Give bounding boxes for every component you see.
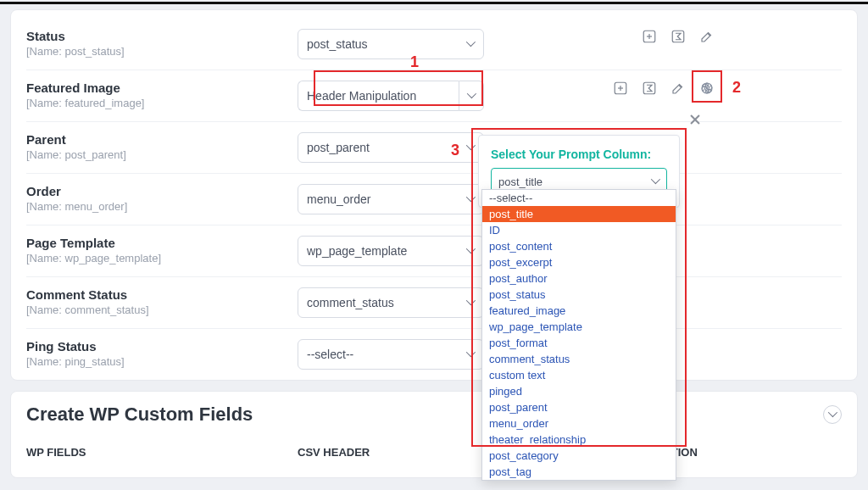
custom-fields-section: Create WP Custom Fields WP FIELDS CSV HE…	[10, 391, 858, 478]
edit-icon[interactable]	[670, 81, 686, 96]
row-label-block: Status[Name: post_status]	[26, 29, 298, 58]
row-label: Status	[26, 29, 281, 43]
csv-header-select-value: menu_order	[307, 192, 371, 206]
row-label-block: Featured Image[Name: featured_image]	[26, 81, 298, 109]
chevron-down-icon	[828, 410, 837, 419]
dropdown-option[interactable]: custom text	[482, 367, 676, 383]
col-action: ACTION	[655, 446, 842, 459]
mapping-row: Comment Status[Name: comment_status]comm…	[26, 277, 842, 329]
dropdown-option[interactable]: menu_order	[482, 415, 676, 432]
dropdown-option[interactable]: post_category	[482, 448, 676, 464]
section-title: Create WP Custom Fields	[26, 404, 253, 426]
dropdown-option[interactable]: comment_status	[482, 351, 676, 367]
dropdown-option[interactable]: post_status	[482, 287, 676, 303]
dropdown-option[interactable]: post_parent	[482, 399, 676, 415]
row-actions	[642, 29, 842, 44]
edit-icon[interactable]	[699, 29, 715, 44]
prompt-column-dropdown[interactable]: --select--post_titleIDpost_contentpost_e…	[481, 189, 676, 481]
row-label: Featured Image	[26, 81, 281, 95]
csv-header-select-value: wp_page_template	[307, 244, 407, 258]
custom-fields-table-head: WP FIELDS CSV HEADER ACTION	[26, 446, 842, 459]
dropdown-option[interactable]: featured_image	[482, 303, 676, 319]
row-name: [Name: menu_order]	[26, 200, 281, 213]
row-label-block: Page Template[Name: wp_page_template]	[26, 236, 298, 264]
dropdown-option[interactable]: pinged	[482, 383, 676, 399]
mapping-row: Status[Name: post_status]post_status	[26, 19, 842, 70]
chevron-down-icon	[466, 350, 475, 359]
annotation-label-3: 3	[451, 142, 459, 159]
row-label: Comment Status	[26, 287, 281, 302]
csv-header-select-value: Header Manipulation	[298, 81, 459, 111]
mapping-row: Order[Name: menu_order]menu_order	[26, 174, 842, 226]
row-label: Page Template	[26, 236, 281, 250]
chevron-down-icon	[466, 247, 475, 255]
row-name: [Name: ping_status]	[26, 355, 281, 368]
formula-icon[interactable]	[670, 29, 686, 44]
chevron-down-icon	[466, 143, 475, 152]
row-actions	[613, 81, 842, 96]
csv-header-select-value: post_parent	[307, 141, 370, 154]
openai-icon[interactable]	[699, 81, 715, 96]
chevron-down-icon	[466, 40, 475, 48]
row-name: [Name: post_parent]	[26, 148, 281, 161]
top-dark-bar	[0, 2, 868, 4]
row-label: Parent	[26, 132, 281, 147]
section-header: Create WP Custom Fields	[26, 404, 842, 426]
row-name: [Name: featured_image]	[26, 97, 281, 109]
row-name: [Name: post_status]	[26, 45, 281, 58]
mapping-row: Page Template[Name: wp_page_template]wp_…	[26, 226, 842, 277]
dropdown-option[interactable]: post_tag	[482, 464, 676, 480]
csv-header-select[interactable]: wp_page_template	[298, 236, 484, 266]
dropdown-option[interactable]: wp_page_template	[482, 319, 676, 335]
add-icon[interactable]	[642, 29, 657, 44]
mapping-row: Featured Image[Name: featured_image]Head…	[26, 70, 842, 122]
row-label: Order	[26, 184, 281, 198]
annotation-label-1: 1	[410, 53, 419, 71]
csv-header-select-value: post_status	[307, 37, 368, 51]
csv-header-select-arrow[interactable]	[459, 81, 484, 111]
close-icon[interactable]	[688, 113, 702, 126]
dropdown-option[interactable]: post_author	[482, 270, 676, 287]
page-wrap: Status[Name: post_status]post_statusFeat…	[10, 9, 858, 478]
popup-title: Select Your Prompt Column:	[491, 148, 667, 161]
csv-header-select[interactable]: post_status	[298, 29, 484, 59]
row-name: [Name: wp_page_template]	[26, 252, 281, 264]
section-toggle-button[interactable]	[823, 405, 842, 424]
chevron-down-icon	[466, 195, 475, 203]
row-label-block: Parent[Name: post_parent]	[26, 132, 298, 161]
mapping-row: Parent[Name: post_parent]post_parent	[26, 122, 842, 174]
annotation-label-2: 2	[732, 79, 741, 97]
row-label-block: Order[Name: menu_order]	[26, 184, 298, 213]
dropdown-option[interactable]: theater_relationship	[482, 432, 676, 448]
row-name: [Name: comment_status]	[26, 303, 281, 316]
chevron-down-icon	[651, 177, 659, 186]
row-label-block: Comment Status[Name: comment_status]	[26, 287, 298, 316]
csv-header-select[interactable]: Header Manipulation	[298, 81, 484, 111]
csv-header-select-value: --select--	[307, 348, 353, 361]
dropdown-option[interactable]: --select--	[482, 190, 676, 206]
csv-header-select[interactable]: --select--	[298, 339, 484, 370]
dropdown-option[interactable]: ID	[482, 222, 676, 238]
add-icon[interactable]	[613, 81, 628, 96]
mapping-row: Ping Status[Name: ping_status]--select--	[26, 329, 842, 380]
row-label-block: Ping Status[Name: ping_status]	[26, 339, 298, 368]
dropdown-option[interactable]: post_content	[482, 238, 676, 254]
row-label: Ping Status	[26, 339, 281, 354]
csv-header-select[interactable]: comment_status	[298, 287, 484, 318]
chevron-down-icon	[467, 92, 476, 100]
csv-header-select[interactable]: menu_order	[298, 184, 484, 214]
chevron-down-icon	[466, 298, 475, 307]
col-wp-fields: WP FIELDS	[26, 446, 298, 459]
dropdown-option[interactable]: post_excerpt	[482, 254, 676, 270]
csv-header-select-value: comment_status	[307, 296, 394, 309]
mapping-card: Status[Name: post_status]post_statusFeat…	[10, 9, 858, 381]
dropdown-option[interactable]: post_title	[482, 206, 676, 222]
formula-icon[interactable]	[642, 81, 657, 96]
dropdown-option[interactable]: post_format	[482, 335, 676, 351]
prompt-column-select-value: post_title	[498, 175, 542, 188]
